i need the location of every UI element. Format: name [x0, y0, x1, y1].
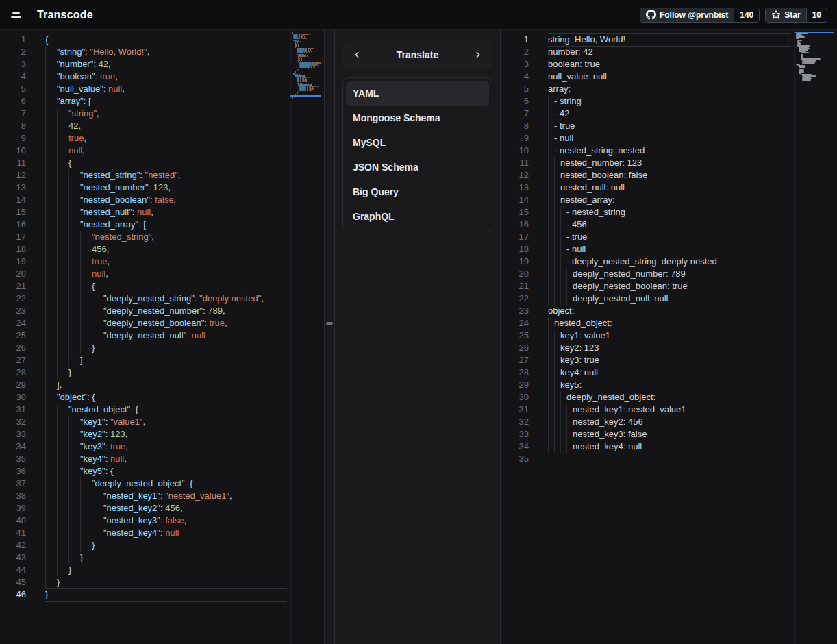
translate-next-button[interactable]: [472, 49, 484, 61]
indent-guide: [80, 280, 92, 293]
line-number: 37: [0, 478, 26, 490]
github-follower-count[interactable]: 140: [734, 8, 759, 22]
line-number: 4: [501, 71, 529, 83]
indent-guide: [548, 132, 554, 145]
github-follow-label: Follow @prvnbist: [660, 10, 728, 20]
line-number: 21: [501, 280, 529, 293]
line-number: 27: [0, 354, 26, 367]
code-text: "key1": "value1",: [45, 416, 145, 428]
indent-guide: [45, 206, 57, 219]
indent-guide: [560, 428, 566, 441]
indent-guide: [57, 157, 68, 169]
line-number: 24: [501, 317, 529, 330]
indent-guide: [548, 404, 554, 416]
translate-option-mongoose-schema[interactable]: Mongoose Schema: [346, 106, 489, 130]
line-number: 15: [501, 206, 529, 219]
indent-guide: [68, 441, 80, 453]
indent-guide: [45, 515, 57, 527]
translate-option-json-schema[interactable]: JSON Schema: [346, 155, 489, 179]
line-number: 36: [0, 465, 26, 478]
line-number: 13: [501, 182, 529, 194]
code-line: 2"string": "Hello, World!",: [0, 46, 324, 58]
code-line: 38"nested_key1": "nested_value1",: [0, 490, 324, 502]
indent-guide: [92, 502, 103, 515]
code-text: ],: [45, 379, 62, 391]
indent-guide: [80, 527, 92, 539]
yaml-minimap[interactable]: [795, 31, 834, 87]
github-follow-button[interactable]: Follow @prvnbist: [640, 8, 734, 22]
menu-button[interactable]: [8, 5, 27, 25]
translate-option-mysql[interactable]: MySQL: [346, 130, 489, 155]
translate-prev-button[interactable]: [351, 49, 363, 61]
indent-guide: [554, 416, 560, 428]
indent-guide: [45, 379, 57, 391]
code-text: 456,: [45, 243, 109, 256]
translate-option-yaml[interactable]: YAML: [346, 81, 489, 106]
code-line: 4"boolean": true,: [0, 71, 324, 83]
panel-resize-handle[interactable]: [326, 322, 333, 325]
github-star-button[interactable]: Star: [766, 8, 805, 22]
code-text: "string",: [45, 108, 99, 120]
indent-guide: [80, 256, 92, 268]
code-text: "nested_boolean": false,: [45, 194, 176, 206]
json-minimap[interactable]: [290, 31, 321, 101]
line-number: 1: [0, 34, 26, 46]
code-line: 3boolean: true: [501, 58, 837, 71]
indent-guide: [68, 428, 80, 441]
line-number: 14: [0, 194, 26, 206]
yaml-editor[interactable]: 1string: Hello, World!2number: 423boolea…: [501, 30, 837, 644]
code-line: 41"nested_key4": null: [0, 527, 324, 539]
indent-guide: [57, 478, 68, 490]
indent-guide: [566, 293, 573, 305]
indent-guide: [92, 317, 103, 330]
line-number: 21: [0, 280, 26, 293]
indent-guide: [45, 317, 57, 330]
minimap-cursor-marker: [290, 95, 321, 97]
code-text: "nested_array": [: [45, 219, 146, 231]
github-star-count[interactable]: 10: [806, 8, 827, 22]
indent-guide: [68, 539, 80, 552]
translate-panel: Translate YAMLMongoose SchemaMySQLJSON S…: [335, 30, 501, 644]
translate-option-graphql[interactable]: GraphQL: [346, 204, 489, 229]
indent-guide: [45, 83, 57, 95]
indent-guide: [548, 194, 554, 206]
line-number: 33: [0, 428, 26, 441]
line-number: 9: [0, 132, 26, 145]
code-line: 28}: [0, 367, 324, 379]
indent-guide: [45, 46, 57, 58]
translate-option-big-query[interactable]: Big Query: [346, 179, 489, 204]
chevron-right-icon: [473, 50, 483, 60]
code-text: nested_array:: [548, 194, 615, 206]
indent-guide: [554, 330, 560, 342]
code-line: 33nested_key3: false: [501, 428, 837, 441]
json-code-area[interactable]: 1{2"string": "Hello, World!",3"number": …: [0, 30, 324, 601]
indent-guide: [548, 354, 554, 367]
line-number: 16: [0, 219, 26, 231]
line-number: 7: [501, 108, 529, 120]
json-editor[interactable]: 1{2"string": "Hello, World!",3"number": …: [0, 30, 325, 644]
indent-guide: [68, 478, 80, 490]
indent-guide: [548, 330, 554, 342]
indent-guide: [45, 219, 57, 231]
code-text: "nested_object": {: [45, 404, 138, 416]
line-number: 32: [501, 416, 529, 428]
indent-guide: [57, 564, 68, 576]
indent-guide: [57, 416, 68, 428]
indent-guide: [68, 317, 80, 330]
line-number: 23: [501, 305, 529, 317]
code-text: - deeply_nested_string: deeply nested: [548, 256, 717, 268]
code-text: "key3": true,: [45, 441, 128, 453]
indent-guide: [45, 465, 57, 478]
indent-guide: [548, 169, 554, 182]
indent-guide: [554, 219, 560, 231]
line-number: 17: [0, 231, 26, 243]
indent-guide: [554, 182, 560, 194]
indent-guide: [68, 465, 80, 478]
yaml-code-area[interactable]: 1string: Hello, World!2number: 423boolea…: [501, 30, 837, 465]
indent-guide: [57, 305, 68, 317]
line-number: 4: [0, 71, 26, 83]
indent-guide: [45, 243, 57, 256]
minimap-line: [298, 91, 299, 92]
indent-guide: [554, 280, 560, 293]
code-text: boolean: true: [548, 58, 600, 71]
